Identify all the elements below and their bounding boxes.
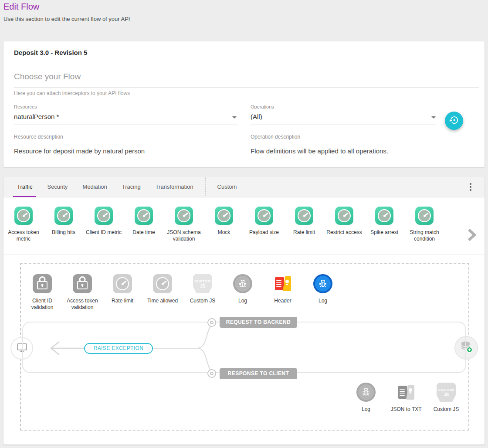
custom-js-icon: CUSTOMJS: [437, 383, 456, 402]
section-title: Choose your Flow: [14, 72, 479, 88]
request-interceptor-row: Client ID validation Access token valida…: [22, 274, 343, 311]
page-header: Edit Flow Use this section to edit the c…: [3, 2, 130, 22]
bug-icon: [233, 274, 252, 293]
flow-history-button[interactable]: [445, 112, 463, 130]
restore-icon: [449, 115, 459, 127]
response-interceptor-row: Log JSON to TXT CUSTOMJS Custom JS: [346, 383, 466, 413]
bug-icon: [313, 274, 332, 293]
interceptors-card: Traffic Security Mediation Tracing Trans…: [3, 176, 485, 445]
resource-description: Resource description Resource for deposi…: [14, 134, 232, 155]
gauge-icon: [215, 207, 233, 225]
palette-item[interactable]: Client ID metric: [84, 207, 124, 242]
flow-interceptor[interactable]: Time allowed: [142, 274, 183, 311]
operation-description-value: Flow definitions will be applied to all …: [251, 147, 442, 155]
flow-interceptor[interactable]: Log: [346, 383, 386, 413]
palette-item[interactable]: Date time: [124, 207, 164, 242]
tab-divider: [205, 177, 206, 196]
section-hint: Here you can attach interceptors to your…: [14, 90, 130, 96]
api-revision-title: Deposit 3.0 - Revision 5: [14, 49, 87, 56]
tab-security[interactable]: Security: [40, 176, 75, 197]
page-title: Edit Flow: [3, 2, 130, 12]
operation-description-label: Operation description: [251, 134, 442, 140]
gauge-icon: [153, 274, 172, 293]
flow-interceptor[interactable]: Log: [223, 274, 263, 311]
resource-description-label: Resource description: [14, 134, 232, 140]
response-node: [207, 369, 216, 378]
chevron-right-icon[interactable]: [466, 226, 478, 245]
flow-interceptor[interactable]: CUSTOMJS Custom JS: [426, 383, 466, 413]
flow-interceptor[interactable]: Log: [303, 274, 343, 311]
lock-icon: [73, 274, 92, 293]
gauge-icon: [335, 207, 353, 225]
palette-item[interactable]: Access token metric: [3, 207, 44, 242]
kebab-menu-icon[interactable]: [465, 182, 476, 192]
raise-exception-label: RAISE EXCEPTION: [84, 343, 153, 354]
gauge-icon: [14, 207, 33, 225]
gauge-icon: [255, 207, 273, 225]
gauge-icon: [415, 207, 434, 225]
tab-mediation[interactable]: Mediation: [75, 176, 114, 197]
resources-select[interactable]: Resources naturalPerson *: [14, 104, 237, 125]
palette-item[interactable]: JSON schema validation: [164, 207, 204, 242]
tab-transformation[interactable]: Transformation: [148, 176, 201, 197]
lock-icon: [33, 274, 52, 293]
flow-interceptor[interactable]: Rate limit: [102, 274, 142, 311]
palette-item[interactable]: Rate limit: [284, 207, 324, 242]
operations-value[interactable]: (All): [251, 113, 437, 125]
tab-custom[interactable]: Custom: [210, 176, 244, 197]
palette-item[interactable]: Spike arrest: [364, 207, 404, 242]
palette-item[interactable]: String match condition: [404, 207, 444, 242]
flow-chooser-card: Deposit 3.0 - Revision 5 Choose your Flo…: [3, 41, 485, 167]
flow-interceptor[interactable]: Access token validation: [62, 274, 102, 311]
interceptor-tabs: Traffic Security Mediation Tracing Trans…: [3, 176, 485, 197]
header-tag-icon: [273, 274, 292, 293]
response-lane-label: RESPONSE TO CLIENT: [220, 368, 297, 379]
custom-js-icon: CUSTOMJS: [193, 274, 212, 293]
interceptor-palette: Access token metric Billing hits Client …: [3, 197, 485, 255]
palette-item[interactable]: Payload size: [244, 207, 284, 242]
flow-interceptor[interactable]: Header: [263, 274, 303, 311]
dropdown-caret-icon: [431, 116, 436, 119]
operation-description: Operation description Flow definitions w…: [251, 134, 442, 155]
gauge-icon: [113, 274, 132, 293]
flow-editor-canvas: Client ID validation Access token valida…: [20, 263, 469, 431]
operations-label: Operations: [251, 104, 437, 109]
gauge-icon: [375, 207, 393, 225]
page-subtitle: Use this section to edit the current flo…: [3, 16, 130, 22]
gauge-icon: [175, 207, 193, 225]
tab-traffic[interactable]: Traffic: [10, 176, 40, 197]
json-txt-icon: [396, 383, 416, 402]
flow-interceptor[interactable]: JSON to TXT: [386, 383, 426, 413]
palette-item[interactable]: Billing hits: [44, 207, 84, 242]
gauge-icon: [54, 207, 73, 225]
gauge-icon: [295, 207, 313, 225]
operations-select[interactable]: Operations (All): [251, 104, 437, 125]
flow-interceptor[interactable]: Client ID validation: [22, 274, 62, 311]
gauge-icon: [95, 207, 113, 225]
gauge-icon: [135, 207, 153, 225]
resource-description-value: Resource for deposit made by natural per…: [14, 147, 232, 155]
dropdown-caret-icon: [232, 116, 237, 119]
palette-item[interactable]: Mock: [204, 207, 244, 242]
request-lane-label: REQUEST TO BACKEND: [220, 317, 297, 328]
flow-interceptor[interactable]: CUSTOMJS Custom JS: [183, 274, 223, 311]
palette-item[interactable]: Restrict access: [324, 207, 364, 242]
resources-value[interactable]: naturalPerson *: [14, 113, 237, 125]
resources-label: Resources: [14, 104, 237, 109]
tab-tracing[interactable]: Tracing: [115, 176, 148, 197]
request-node: [207, 318, 216, 327]
bug-icon: [356, 383, 376, 402]
